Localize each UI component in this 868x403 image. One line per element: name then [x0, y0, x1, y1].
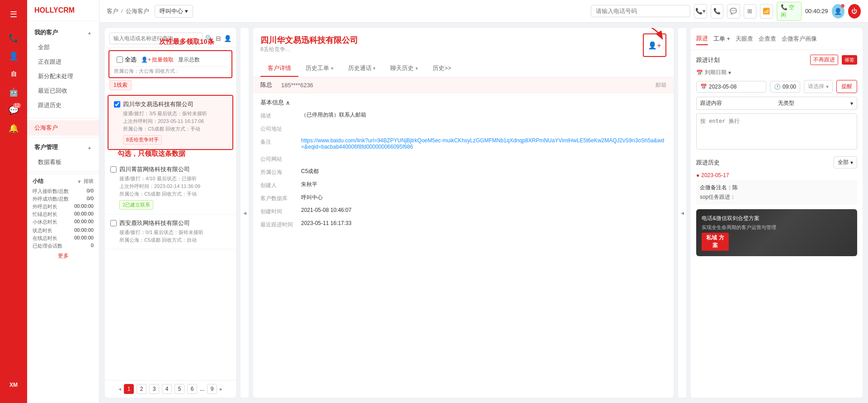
- wifi-icon: 📶: [760, 4, 773, 19]
- time-input[interactable]: 🕐 09:00: [770, 81, 800, 93]
- page-5-btn[interactable]: 5: [175, 384, 184, 394]
- company-sub-info: 8丢给竞争…: [260, 46, 358, 53]
- select-all-checkbox[interactable]: [117, 56, 123, 63]
- right-tab-qichacha[interactable]: 企查查: [759, 33, 776, 45]
- topbar: 客户 / 公海客户 呼叫中心 ▾ 📞▾ 📞 💬 ⊞ 📶 📞 空闲 00:40:2…: [99, 0, 868, 23]
- breadcrumb: 客户 / 公海客户: [107, 7, 149, 15]
- nav-recalled[interactable]: 最近已回收: [27, 84, 99, 98]
- nav-data-dashboard[interactable]: 数据看板: [27, 155, 99, 169]
- basic-info-title: 基本信息 ∧: [260, 98, 666, 107]
- nav-public-customers[interactable]: 公海客户: [27, 120, 99, 136]
- page-4-btn[interactable]: 4: [162, 384, 172, 394]
- right-tab-follow[interactable]: 跟进: [696, 33, 708, 45]
- power-button[interactable]: ⏻: [848, 4, 861, 19]
- detail-body: 基本信息 ∧ 描述 （已停用勿填）联系人邮箱 公司地址 备注 https://w…: [253, 93, 674, 398]
- phone-btn[interactable]: 📞: [711, 4, 723, 19]
- history-filter-select[interactable]: 全部 ▾: [834, 156, 857, 169]
- customer-card-2-tag: 2已建立联系: [119, 200, 153, 210]
- show-total-label[interactable]: 显示总数: [178, 56, 200, 64]
- content-type-select[interactable]: 跟进内容 无类型 ▾: [696, 97, 857, 110]
- customer-card-1[interactable]: 四川华文易迅科技有限公司 接通/拨打：3/5 最后状态：振铃未接听 上次外呼时间…: [108, 96, 232, 149]
- followup-bookmark[interactable]: 催签: [842, 55, 857, 65]
- remind-arrow: ▾: [826, 84, 829, 90]
- company-title: 四川华文易迅科技有限公司: [260, 35, 358, 46]
- promo-line1: 电话&微信双剑合璧方案: [702, 215, 852, 222]
- status-badge: 📞 空闲: [777, 2, 802, 21]
- claim-customer-btn[interactable]: 👤+: [646, 36, 664, 54]
- right-tab-wechat-portrait[interactable]: 企微客户画像: [782, 33, 817, 45]
- call-center-dropdown[interactable]: 呼叫中心 ▾: [155, 5, 193, 18]
- nav-all[interactable]: 全部: [27, 40, 99, 55]
- page-1-btn[interactable]: 1: [124, 384, 134, 394]
- date-input[interactable]: 📅 2023-05-08: [696, 81, 766, 93]
- tab-customer-detail[interactable]: 客户详情: [260, 61, 298, 77]
- page-9-btn[interactable]: 9: [207, 384, 217, 394]
- next-page-btn[interactable]: ▸: [220, 386, 222, 392]
- phone-icon[interactable]: 📞: [5, 30, 22, 46]
- content-type-arrow: ▾: [850, 100, 853, 107]
- right-tab-workorder[interactable]: 工单 +: [713, 35, 730, 43]
- right-tab-tianyecha[interactable]: 天眼查: [736, 33, 753, 45]
- customer-card-1-checkbox[interactable]: [114, 101, 120, 108]
- remind-select[interactable]: 请选择 ▾: [804, 80, 833, 93]
- customer-card-3[interactable]: 西安鹿玖网络科技有限公司 接通/拨打：0/1 最后状态：振铃未接听 所属公海：C…: [105, 215, 236, 249]
- phone-input[interactable]: [591, 5, 690, 17]
- panel-pagination: ◂ 1 2 3 4 5 6 ... 9 ▸: [105, 380, 236, 398]
- page-3-btn[interactable]: 3: [149, 384, 159, 394]
- search-btn[interactable]: 🔍: [205, 35, 213, 42]
- follow-text-area[interactable]: [696, 113, 857, 150]
- brand-logo: HOLLYCRM: [27, 0, 99, 21]
- robot-icon[interactable]: 🤖: [5, 84, 22, 100]
- person-icon[interactable]: 👤: [5, 48, 22, 64]
- contact-phone: 185****6236: [281, 82, 313, 89]
- tab-call-history[interactable]: 历史通话 ▾: [341, 61, 383, 77]
- customer-card-2-checkbox[interactable]: [110, 166, 117, 173]
- due-date-arrow: ▾: [728, 70, 731, 76]
- select-all-checkbox-label[interactable]: 全选: [117, 56, 137, 64]
- user-avatar[interactable]: 👤: [832, 4, 844, 19]
- customer-card-3-checkbox[interactable]: [110, 220, 117, 226]
- prev-page-btn[interactable]: ◂: [118, 386, 121, 392]
- nav-new-assigned[interactable]: 新分配未处理: [27, 69, 99, 84]
- nav-following[interactable]: 正在跟进: [27, 55, 99, 69]
- field-last-follow: 最近跟进时间 2023-05-11 16:17:33: [260, 220, 666, 229]
- page-2-btn[interactable]: 2: [137, 384, 146, 394]
- hint-text-2: 勾选，只领取这条数据: [118, 150, 185, 158]
- notification-icon[interactable]: 🔔: [5, 120, 22, 136]
- history-content-body-1: sop任务跟进：: [700, 193, 854, 201]
- breadcrumb-customers[interactable]: 客户: [107, 7, 118, 15]
- nav-follow-history[interactable]: 跟进历史: [27, 98, 99, 112]
- promo-badge: 私域 方案: [702, 233, 729, 251]
- collapse-right-btn[interactable]: ◂: [678, 28, 686, 398]
- breadcrumb-public[interactable]: 公海客户: [126, 7, 149, 15]
- right-panel: 跟进 工单 + 天眼查 企查查 企微客户画像 跟进计划 不再跟进 催签: [691, 28, 863, 398]
- my-customers-header[interactable]: 我的客户 ▲: [27, 25, 99, 40]
- customer-search-input[interactable]: [109, 33, 203, 44]
- tab-chat-history[interactable]: 聊天历史 ▾: [383, 61, 425, 77]
- phone-mode-btn[interactable]: 📞▾: [694, 4, 707, 19]
- no-followup-btn[interactable]: 不再跟进: [810, 55, 838, 65]
- self-icon[interactable]: 自: [5, 66, 22, 82]
- batch-claim-btn[interactable]: 👤+ 批量领取: [141, 56, 174, 64]
- message-badge-icon[interactable]: 💬12: [5, 102, 22, 118]
- customer-card-2[interactable]: 四川菁苗网络科技有限公司 接通/拨打：4/10 最后状态：已接听 上次外呼时间：…: [105, 161, 236, 215]
- page-ellipsis: ...: [200, 386, 204, 392]
- more-stats-btn[interactable]: 更多: [33, 250, 94, 262]
- user-filter-btn[interactable]: 👤: [224, 35, 231, 42]
- chat-history-arrow: ▾: [415, 66, 418, 71]
- collapse-left-btn[interactable]: ◂: [241, 28, 249, 398]
- remind-btn[interactable]: 提醒: [836, 80, 857, 93]
- hamburger-menu-icon[interactable]: ☰: [5, 6, 22, 23]
- customer-card-2-name: 四川菁苗网络科技有限公司: [119, 165, 231, 173]
- sms-btn[interactable]: 💬: [727, 4, 740, 19]
- grid-btn[interactable]: ⊞: [744, 4, 756, 19]
- tab-work-orders[interactable]: 历史工单 ▾: [298, 61, 341, 77]
- detail-tabs: 客户详情 历史工单 ▾ 历史通话 ▾ 聊天历史 ▾ 历史>>: [260, 61, 666, 77]
- tab-more[interactable]: 历史>>: [425, 61, 458, 77]
- xm-label[interactable]: XM: [5, 377, 22, 393]
- promo-card[interactable]: 电话&微信双剑合璧方案 实现全生命周期的客户运营与管理 私域 方案: [696, 209, 857, 256]
- customer-management-header[interactable]: 客户管理 ▲: [27, 140, 99, 155]
- phone-status-icon: 📞: [781, 4, 788, 10]
- filter-btn[interactable]: ⊟: [216, 35, 221, 42]
- page-6-btn[interactable]: 6: [187, 384, 197, 394]
